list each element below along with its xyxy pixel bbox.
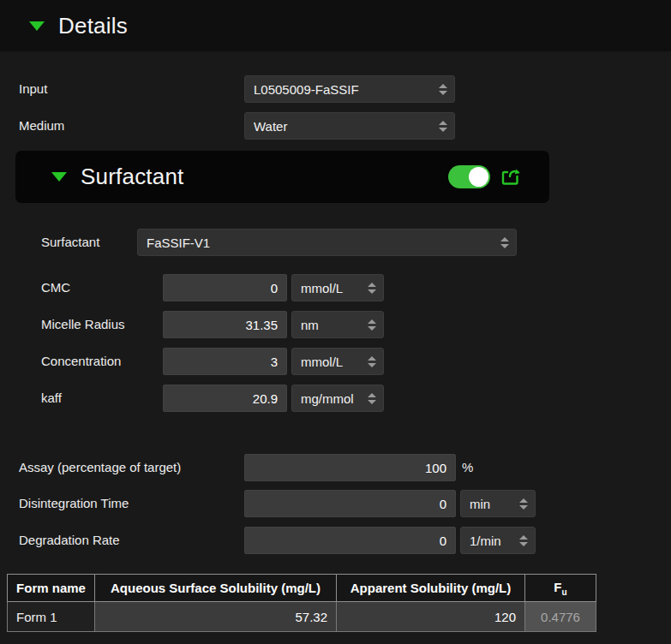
spinner-icon	[368, 393, 376, 404]
disintegration-time-label: Disintegration Time	[19, 490, 129, 517]
fu-cell: 0.4776	[525, 602, 596, 632]
micelle-radius-unit-value: nm	[301, 318, 361, 332]
degradation-rate-input[interactable]: 0	[244, 527, 456, 554]
concentration-label: Concentration	[41, 348, 121, 375]
concentration-unit-select[interactable]: mmol/L	[291, 348, 384, 375]
toggle-knob	[469, 167, 488, 187]
surfactant-select[interactable]: FaSSIF-V1	[137, 229, 517, 256]
open-in-new-icon[interactable]	[500, 166, 524, 188]
spinner-icon	[368, 319, 376, 331]
spinner-icon	[519, 498, 528, 510]
disintegration-time-unit-value: min	[470, 497, 512, 511]
header-apparent-solubility: Apparent Solubility (mg/L)	[337, 575, 525, 602]
cmc-unit-value: mmol/L	[301, 281, 361, 295]
details-page: Details Input L0505009-FaSSIF Medium Wat…	[0, 0, 671, 644]
spinner-icon	[368, 283, 376, 294]
cmc-input[interactable]: 0	[163, 274, 287, 301]
aqueous-surface-solubility-cell[interactable]: 57.32	[95, 602, 337, 632]
apparent-solubility-cell[interactable]: 120	[337, 602, 525, 632]
spinner-icon	[368, 356, 376, 367]
assay-unit-label: %	[462, 454, 473, 481]
input-select-value: L0505009-FaSSIF	[254, 82, 432, 97]
medium-select-value: Water	[254, 119, 432, 134]
kaff-label: kaff	[41, 385, 62, 412]
surfactant-title: Surfactant	[81, 164, 184, 190]
collapse-triangle-icon	[29, 21, 45, 31]
input-select[interactable]: L0505009-FaSSIF	[244, 75, 455, 103]
details-title: Details	[58, 13, 128, 39]
medium-select[interactable]: Water	[244, 112, 455, 140]
spinner-icon	[519, 535, 528, 546]
medium-label: Medium	[19, 112, 64, 140]
cmc-label: CMC	[41, 274, 70, 301]
degradation-rate-unit-select[interactable]: 1/min	[460, 527, 536, 554]
disintegration-time-unit-select[interactable]: min	[460, 490, 536, 517]
table-header-row: Form name Aqueous Surface Solubility (mg…	[8, 575, 596, 602]
details-section-header[interactable]: Details	[0, 0, 671, 51]
header-form-name: Form name	[8, 575, 95, 602]
concentration-unit-value: mmol/L	[301, 355, 361, 369]
surfactant-toggle[interactable]	[448, 165, 490, 188]
kaff-input[interactable]: 20.9	[163, 385, 287, 412]
kaff-unit-select[interactable]: mg/mmol	[291, 385, 384, 412]
micelle-radius-label: Micelle Radius	[41, 311, 125, 338]
disintegration-time-input[interactable]: 0	[244, 490, 456, 517]
table-row: Form 1 57.32 120 0.4776	[8, 602, 596, 632]
degradation-rate-unit-value: 1/min	[470, 534, 512, 548]
surfactant-section-header[interactable]: Surfactant	[15, 151, 549, 203]
spinner-icon	[439, 121, 447, 132]
kaff-unit-value: mg/mmol	[301, 391, 361, 406]
cmc-unit-select[interactable]: mmol/L	[291, 274, 384, 301]
solubility-table: Form name Aqueous Surface Solubility (mg…	[7, 574, 596, 632]
assay-input[interactable]: 100	[244, 454, 456, 481]
header-fu: Fu	[525, 575, 596, 602]
input-label: Input	[19, 75, 47, 103]
spinner-icon	[500, 237, 509, 248]
form-name-cell: Form 1	[8, 602, 95, 632]
assay-label: Assay (percentage of target)	[19, 454, 181, 481]
concentration-input[interactable]: 3	[163, 348, 287, 375]
collapse-triangle-icon	[51, 172, 67, 182]
surfactant-label: Surfactant	[41, 229, 99, 256]
header-aqueous-surface-solubility: Aqueous Surface Solubility (mg/L)	[95, 575, 337, 602]
surfactant-select-value: FaSSIF-V1	[147, 236, 494, 250]
spinner-icon	[439, 84, 447, 95]
micelle-radius-unit-select[interactable]: nm	[291, 311, 384, 338]
micelle-radius-input[interactable]: 31.35	[163, 311, 287, 338]
degradation-rate-label: Degradation Rate	[19, 527, 120, 554]
